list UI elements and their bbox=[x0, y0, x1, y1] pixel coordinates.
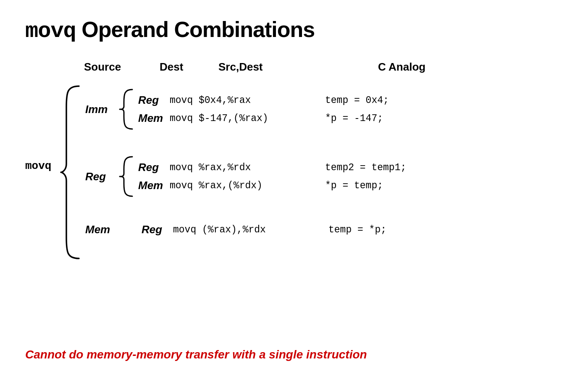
group-imm: Imm Reg movq $0x4,%rax temp = 0x4; bbox=[85, 86, 406, 132]
row-imm-reg: Reg movq $0x4,%rax temp = 0x4; bbox=[138, 91, 389, 109]
row-mem-reg: Reg movq (%rax),%rdx temp = *p; bbox=[142, 221, 386, 239]
row-imm-mem: Mem movq $-147,(%rax) *p = -147; bbox=[138, 109, 389, 127]
page-container: movq Operand Combinations Source Dest Sr… bbox=[0, 0, 588, 374]
bottom-note: Cannot do memory-memory transfer with a … bbox=[25, 348, 367, 361]
spacer-1 bbox=[85, 141, 406, 153]
inner-brace-reg bbox=[119, 153, 135, 200]
source-reg: Reg bbox=[85, 170, 119, 183]
col-header-dest: Dest bbox=[160, 61, 218, 74]
col-header-source: Source bbox=[84, 61, 160, 74]
dest-imm-mem: Mem bbox=[138, 112, 170, 125]
outer-brace bbox=[59, 82, 82, 263]
instr-mem-reg: movq (%rax),%rdx bbox=[173, 224, 328, 235]
rows-reg: Reg movq %rax,%rdx temp2 = temp1; Mem mo… bbox=[138, 158, 406, 195]
dest-mem-reg: Reg bbox=[142, 223, 173, 236]
rows-mem: Reg movq (%rax),%rdx temp = *p; bbox=[142, 221, 386, 239]
instr-reg-reg: movq %rax,%rdx bbox=[170, 162, 325, 173]
spacer-2 bbox=[85, 208, 406, 221]
title-suffix: Operand Combinations bbox=[76, 17, 315, 42]
instr-imm-reg: movq $0x4,%rax bbox=[170, 95, 325, 106]
col-header-srcdest: Src,Dest bbox=[218, 61, 378, 74]
analog-reg-mem: *p = temp; bbox=[325, 180, 383, 191]
rows-imm: Reg movq $0x4,%rax temp = 0x4; Mem movq … bbox=[138, 91, 389, 127]
group-mem: Mem Reg movq (%rax),%rdx temp = *p; bbox=[85, 221, 406, 239]
row-reg-mem: Mem movq %rax,(%rdx) *p = temp; bbox=[138, 176, 406, 195]
instr-reg-mem: movq %rax,(%rdx) bbox=[170, 180, 325, 191]
title-mono: movq bbox=[25, 19, 76, 44]
source-mem: Mem bbox=[85, 223, 119, 236]
analog-imm-reg: temp = 0x4; bbox=[325, 95, 389, 106]
instr-imm-mem: movq $-147,(%rax) bbox=[170, 113, 325, 124]
movq-left-label: movq bbox=[25, 160, 51, 172]
row-reg-reg: Reg movq %rax,%rdx temp2 = temp1; bbox=[138, 158, 406, 176]
dest-reg-reg: Reg bbox=[138, 161, 170, 174]
dest-reg-mem: Mem bbox=[138, 179, 170, 192]
analog-mem-reg: temp = *p; bbox=[328, 224, 386, 235]
analog-imm-mem: *p = -147; bbox=[325, 113, 383, 124]
group-reg: Reg Reg movq %rax,%rdx temp2 = temp1; bbox=[85, 153, 406, 200]
header-row: Source Dest Src,Dest C Analog bbox=[25, 61, 563, 74]
analog-reg-reg: temp2 = temp1; bbox=[325, 162, 406, 173]
dest-imm-reg: Reg bbox=[138, 94, 170, 107]
source-imm: Imm bbox=[85, 103, 119, 116]
main-content: movq Imm bbox=[25, 82, 563, 263]
main-title: movq Operand Combinations bbox=[25, 17, 563, 44]
inner-brace-imm bbox=[119, 86, 135, 132]
col-header-analog: C Analog bbox=[378, 61, 425, 74]
groups-container: Imm Reg movq $0x4,%rax temp = 0x4; bbox=[85, 82, 406, 242]
